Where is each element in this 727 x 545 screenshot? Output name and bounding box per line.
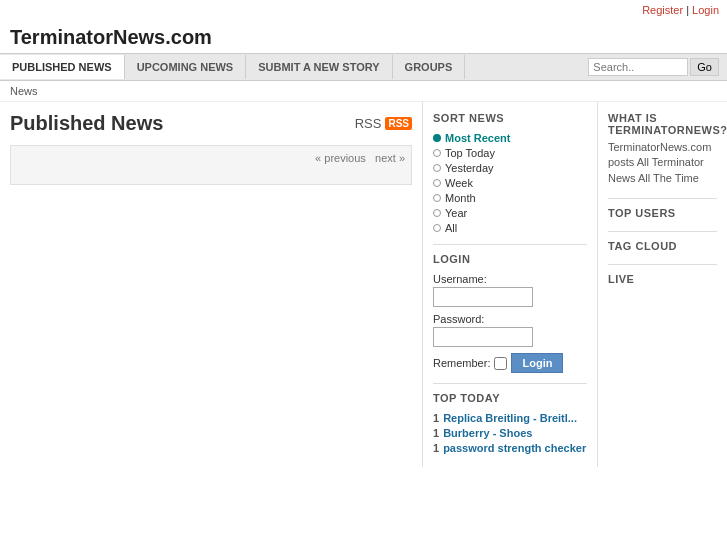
top-today-num-1: 1: [433, 427, 439, 439]
username-input[interactable]: [433, 287, 533, 307]
sort-yesterday[interactable]: Yesterday: [433, 162, 587, 174]
sort-options: Most Recent Top Today Yesterday Week Mon…: [433, 132, 587, 234]
sort-label-0: Most Recent: [445, 132, 510, 144]
next-link[interactable]: next »: [375, 152, 405, 164]
rss-label: RSS: [355, 116, 382, 131]
login-section: LOGIN Username: Password: Remember: Logi…: [433, 253, 587, 373]
password-label: Password:: [433, 313, 587, 325]
live-title: LIVE: [608, 273, 717, 285]
sort-label-5: Year: [445, 207, 467, 219]
rss-area: RSS RSS: [355, 116, 412, 131]
top-today-item-1: 1 Burberry - Shoes: [433, 427, 587, 439]
sort-label-4: Month: [445, 192, 476, 204]
remember-row: Remember: Login: [433, 353, 587, 373]
site-title: TerminatorNews.com: [0, 20, 727, 53]
nav-item-published-news[interactable]: PUBLISHED NEWS: [0, 55, 125, 79]
sort-label-6: All: [445, 222, 457, 234]
search-area: Go: [580, 54, 727, 80]
tag-cloud-title: TAG CLOUD: [608, 240, 717, 252]
sort-title: SORT NEWS: [433, 112, 587, 124]
top-today-num-2: 1: [433, 442, 439, 454]
page-title: Published News: [10, 112, 163, 135]
breadcrumb: News: [0, 81, 727, 102]
sort-section: SORT NEWS Most Recent Top Today Yesterda…: [433, 112, 587, 234]
right-column: WHAT IS TERMINATORNEWS? TerminatorNews.c…: [597, 102, 727, 467]
sort-radio-2: [433, 164, 441, 172]
nav-item-groups[interactable]: GROUPS: [393, 55, 466, 79]
news-area: « previous next »: [10, 145, 412, 185]
top-today-item-2: 1 password strength checker: [433, 442, 587, 454]
sort-radio-6: [433, 224, 441, 232]
sort-month[interactable]: Month: [433, 192, 587, 204]
sort-label-2: Yesterday: [445, 162, 494, 174]
sort-label-3: Week: [445, 177, 473, 189]
username-label: Username:: [433, 273, 587, 285]
what-is-title: WHAT IS TERMINATORNEWS?: [608, 112, 717, 136]
live-section: LIVE: [608, 273, 717, 285]
login-button[interactable]: Login: [511, 353, 563, 373]
top-today-section: TOP TODAY 1 Replica Breitling - Breitl..…: [433, 392, 587, 454]
top-today-link-2[interactable]: password strength checker: [443, 442, 586, 454]
sort-radio-5: [433, 209, 441, 217]
what-is-section: WHAT IS TERMINATORNEWS? TerminatorNews.c…: [608, 112, 717, 186]
right-divider-3: [608, 264, 717, 265]
what-is-text: TerminatorNews.com posts All Terminator …: [608, 140, 717, 186]
main-layout: Published News RSS RSS « previous next »…: [0, 102, 727, 467]
top-today-item-0: 1 Replica Breitling - Breitl...: [433, 412, 587, 424]
sort-radio-3: [433, 179, 441, 187]
sort-active-dot: [433, 134, 441, 142]
divider-2: [433, 383, 587, 384]
search-go-button[interactable]: Go: [690, 58, 719, 76]
separator: |: [683, 4, 692, 16]
sort-label-1: Top Today: [445, 147, 495, 159]
sort-radio-1: [433, 149, 441, 157]
top-today-title: TOP TODAY: [433, 392, 587, 404]
top-users-section: TOP USERS: [608, 207, 717, 219]
register-link[interactable]: Register: [642, 4, 683, 16]
top-today-link-1[interactable]: Burberry - Shoes: [443, 427, 532, 439]
login-title: LOGIN: [433, 253, 587, 265]
nav-items: PUBLISHED NEWS UPCOMING NEWS SUBMIT A NE…: [0, 55, 580, 79]
nav-item-submit-story[interactable]: SUBMIT A NEW STORY: [246, 55, 392, 79]
top-today-link-0[interactable]: Replica Breitling - Breitl...: [443, 412, 577, 424]
divider-1: [433, 244, 587, 245]
right-divider-2: [608, 231, 717, 232]
middle-column: SORT NEWS Most Recent Top Today Yesterda…: [422, 102, 597, 467]
remember-checkbox[interactable]: [494, 357, 507, 370]
nav: PUBLISHED NEWS UPCOMING NEWS SUBMIT A NE…: [0, 53, 727, 81]
sort-most-recent[interactable]: Most Recent: [433, 132, 587, 144]
sort-top-today[interactable]: Top Today: [433, 147, 587, 159]
login-link[interactable]: Login: [692, 4, 719, 16]
sort-radio-4: [433, 194, 441, 202]
page-header: Published News RSS RSS: [10, 112, 412, 135]
prev-link[interactable]: « previous: [315, 152, 366, 164]
breadcrumb-news-link[interactable]: News: [10, 85, 38, 97]
top-today-num-0: 1: [433, 412, 439, 424]
pagination: « previous next »: [17, 152, 405, 164]
search-input[interactable]: [588, 58, 688, 76]
top-users-title: TOP USERS: [608, 207, 717, 219]
sort-week[interactable]: Week: [433, 177, 587, 189]
password-input[interactable]: [433, 327, 533, 347]
tag-cloud-section: TAG CLOUD: [608, 240, 717, 252]
remember-label: Remember:: [433, 357, 490, 369]
right-divider-1: [608, 198, 717, 199]
nav-item-upcoming-news[interactable]: UPCOMING NEWS: [125, 55, 247, 79]
sort-year[interactable]: Year: [433, 207, 587, 219]
rss-icon[interactable]: RSS: [385, 117, 412, 130]
content-area: Published News RSS RSS « previous next »: [0, 102, 422, 467]
top-bar: Register | Login: [0, 0, 727, 20]
sort-all[interactable]: All: [433, 222, 587, 234]
